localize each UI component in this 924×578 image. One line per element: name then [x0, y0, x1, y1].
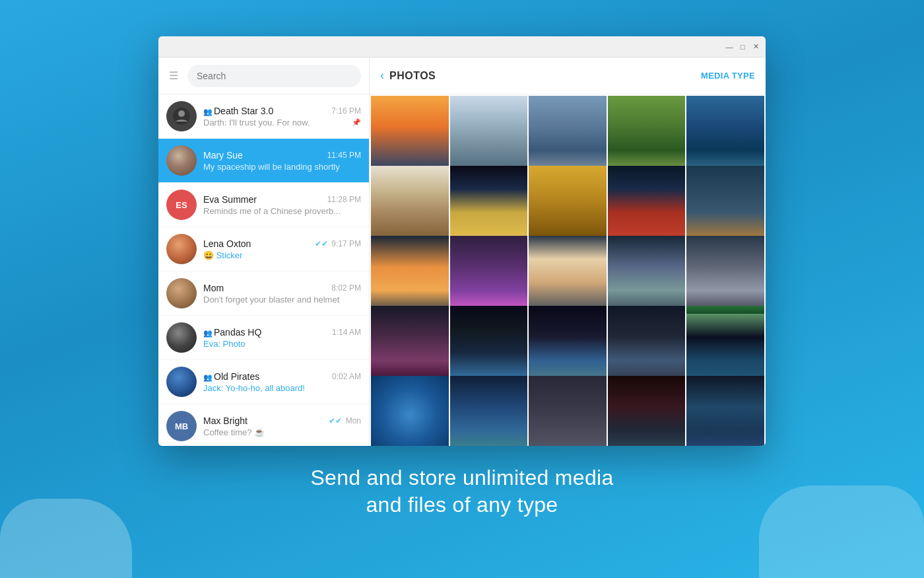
photo-25[interactable]: [686, 376, 764, 446]
avatar-lena-oxton: [166, 234, 197, 264]
photo-18[interactable]: [529, 306, 607, 384]
photo-5[interactable]: [686, 96, 764, 174]
close-button[interactable]: ✕: [751, 42, 760, 52]
photos-header: ‹ PHOTOS MEDIA TYPE: [370, 57, 766, 94]
chat-info-eva-summer: Eva Summer 11:28 PM Reminds me of a Chin…: [203, 194, 361, 216]
media-type-button[interactable]: MEDIA TYPE: [701, 71, 755, 81]
chat-item-death-star[interactable]: 👥Death Star 3.0 7:16 PM Darth: I'll trus…: [158, 94, 369, 139]
group-icon-pirates: 👥: [203, 373, 213, 381]
chat-info-old-pirates: 👥Old Pirates 0:02 AM Jack: Yo-ho-ho, all…: [203, 371, 361, 393]
chat-header: ☰: [158, 57, 369, 94]
chat-list: 👥Death Star 3.0 7:16 PM Darth: I'll trus…: [158, 94, 369, 446]
chat-info-mom: Mom 8:02 PM Don't forget your blaster an…: [203, 283, 361, 305]
avatar-max-bright: MB: [166, 411, 197, 441]
chat-info-mary-sue: Mary Sue 11:45 PM My spaceship will be l…: [203, 150, 361, 172]
photo-grid: [370, 94, 766, 446]
group-icon: 👥: [203, 108, 213, 116]
avatar-pandas-hq: [166, 322, 197, 353]
photo-23[interactable]: [529, 376, 607, 446]
app-content: ☰ 👥Death Star 3.0: [158, 57, 766, 446]
maximize-button[interactable]: □: [738, 42, 747, 52]
chat-item-mom[interactable]: Mom 8:02 PM Don't forget your blaster an…: [158, 271, 369, 316]
chat-info-max-bright: Max Bright ✔✔ Mon Coffee time? ☕: [203, 415, 361, 437]
chat-item-mary-sue[interactable]: Mary Sue 11:45 PM My spaceship will be l…: [158, 139, 369, 183]
chat-item-lena-oxton[interactable]: Lena Oxton ✔✔ 9:17 PM 😀 Sticker: [158, 227, 369, 271]
tick-icon-max: ✔✔: [329, 416, 342, 425]
app-window: — □ ✕ ☰: [158, 36, 766, 446]
group-icon-pandas: 👥: [203, 329, 213, 337]
photo-13[interactable]: [529, 236, 607, 314]
photo-11[interactable]: [371, 236, 449, 314]
photo-2[interactable]: [450, 96, 528, 174]
photo-14[interactable]: [608, 236, 686, 314]
chat-info-lena-oxton: Lena Oxton ✔✔ 9:17 PM 😀 Sticker: [203, 238, 361, 260]
back-button[interactable]: ‹: [380, 69, 384, 83]
cloud-left: [0, 499, 132, 578]
photo-7[interactable]: [450, 166, 528, 244]
photo-9[interactable]: [608, 166, 686, 244]
footer-line2: and files of any type: [310, 493, 613, 517]
photo-20[interactable]: [686, 306, 764, 384]
cloud-right: [759, 486, 924, 578]
photo-6[interactable]: [371, 166, 449, 244]
photo-19[interactable]: [608, 306, 686, 384]
footer-line1: Send and store unlimited media: [310, 466, 613, 490]
photos-title: PHOTOS: [389, 70, 436, 82]
photo-4[interactable]: [608, 96, 686, 174]
photos-title-group: ‹ PHOTOS: [380, 69, 436, 83]
avatar-eva-summer: ES: [166, 190, 197, 220]
photo-24[interactable]: [608, 376, 686, 446]
chat-item-pandas-hq[interactable]: 👥Pandas HQ 1:14 AM Eva: Photo: [158, 316, 369, 360]
photo-15[interactable]: [686, 236, 764, 314]
photo-22[interactable]: [450, 376, 528, 446]
minimize-button[interactable]: —: [725, 42, 734, 52]
avatar-death-star: [166, 101, 197, 131]
footer-text: Send and store unlimited media and files…: [310, 466, 613, 517]
photo-8[interactable]: [529, 166, 607, 244]
photo-16[interactable]: [371, 306, 449, 384]
photo-3[interactable]: [529, 96, 607, 174]
avatar-old-pirates: [166, 367, 197, 397]
menu-icon[interactable]: ☰: [166, 67, 181, 85]
photo-10[interactable]: [686, 166, 764, 244]
chat-item-max-bright[interactable]: MB Max Bright ✔✔ Mon Coffee time? ☕: [158, 404, 369, 446]
pin-icon: 📌: [352, 118, 361, 127]
tick-icon-lena: ✔✔: [315, 239, 328, 248]
photo-1[interactable]: [371, 96, 449, 174]
photos-panel: ‹ PHOTOS MEDIA TYPE: [370, 57, 766, 446]
avatar-mom: [166, 278, 197, 308]
chat-info-pandas-hq: 👥Pandas HQ 1:14 AM Eva: Photo: [203, 327, 361, 349]
chat-item-old-pirates[interactable]: 👥Old Pirates 0:02 AM Jack: Yo-ho-ho, all…: [158, 360, 369, 404]
title-bar: — □ ✕: [158, 36, 766, 57]
chat-info-death-star: 👥Death Star 3.0 7:16 PM Darth: I'll trus…: [203, 106, 361, 127]
photo-21[interactable]: [371, 376, 449, 446]
svg-point-1: [178, 110, 185, 117]
avatar-mary-sue: [166, 145, 197, 176]
chat-item-eva-summer[interactable]: ES Eva Summer 11:28 PM Reminds me of a C…: [158, 183, 369, 227]
chat-panel: ☰ 👥Death Star 3.0: [158, 57, 370, 446]
photo-12[interactable]: [450, 236, 528, 314]
search-input[interactable]: [187, 65, 361, 87]
photo-17[interactable]: [450, 306, 528, 384]
